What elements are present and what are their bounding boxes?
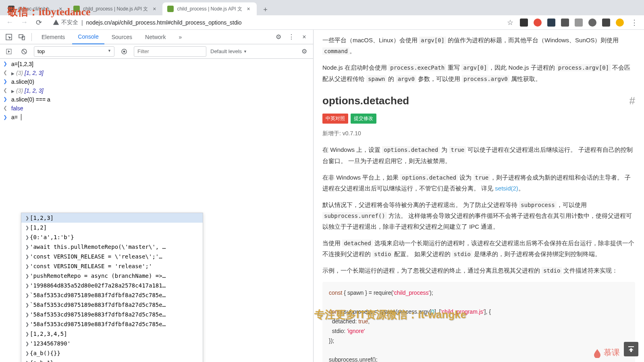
autocomplete-item[interactable]: ❯'const VERSION_RELEASE = 'release';' — [21, 261, 203, 271]
context-select[interactable]: top — [34, 46, 114, 57]
security-warning: 不安全 — [53, 19, 78, 26]
code-example: const { spawn } = require('child_process… — [322, 282, 635, 362]
watermark-bottom: 专注更多IT资源微信：it-wangke — [314, 308, 466, 322]
extension-icon[interactable] — [575, 19, 583, 27]
tab-console[interactable]: Console — [72, 30, 104, 44]
autocomplete-item[interactable]: ❯`58af5353cd9875189e883f7dfbf8a27d5c785e… — [21, 290, 203, 300]
autocomplete-item[interactable]: ❯'await this.pullRemoteRepo(\'master\', … — [21, 242, 203, 252]
close-devtools-icon[interactable]: × — [299, 31, 310, 43]
device-toggle-icon[interactable] — [16, 31, 27, 43]
close-icon[interactable]: × — [245, 6, 252, 12]
autocomplete-item[interactable]: ❯'pushRemoteRepo = async (branchName) =>… — [21, 271, 203, 281]
inspect-icon[interactable] — [3, 31, 15, 43]
version-added: 新增于: v0.7.10 — [322, 128, 635, 139]
badge-bilingual[interactable]: 中英对照 — [322, 114, 348, 124]
address-bar: ← → ⟳ 不安全 | nodejs.cn/api/child_process.… — [0, 15, 644, 30]
badge-submit-edit[interactable]: 提交修改 — [351, 114, 376, 124]
close-icon[interactable]: × — [151, 6, 158, 12]
setsid-link[interactable]: setsid(2) — [495, 185, 518, 192]
browser-tab[interactable]: child_process | Node.js API 文× — [162, 2, 256, 15]
extension-icon[interactable] — [588, 19, 596, 27]
url-text: nodejs.cn/api/child_process.html#child_p… — [86, 19, 242, 26]
autocomplete-item[interactable]: ❯'const VERSION_RELEASE = \'release\';'… — [21, 252, 203, 261]
tab-sources[interactable]: Sources — [106, 30, 138, 44]
live-expression-icon[interactable] — [118, 46, 130, 57]
watermark-top: 敬信：itbytedance — [7, 5, 91, 19]
console-line: ❮▶(3) [1, 2, 3] — [0, 86, 313, 95]
console-toolbar: top Default levels ▼ ⚙ — [0, 44, 313, 59]
settings-icon[interactable]: ⚙ — [273, 31, 284, 43]
back-button[interactable]: ← — [5, 18, 15, 27]
more-tabs-button[interactable]: » — [173, 30, 187, 44]
filter-input[interactable] — [134, 46, 206, 57]
console-line: ❯a.slice(0) — [0, 77, 313, 86]
anchor-link[interactable]: # — [629, 91, 635, 110]
clear-console-icon[interactable] — [19, 46, 30, 57]
profile-avatar[interactable] — [616, 19, 624, 27]
autocomplete-item[interactable]: ❯{0:'a',1:'b'} — [21, 232, 203, 242]
watermark-brand: 慕课 — [593, 347, 620, 358]
autocomplete-item[interactable]: ❯'58af5353cd9875189e883f7dfbf8a27d5c785e… — [21, 310, 203, 319]
extension-icon[interactable] — [561, 19, 569, 27]
console-output: ❯a=[1,2,3]❮▶(3) [1, 2, 3]❯a.slice(0)❮▶(3… — [0, 59, 313, 362]
autocomplete-item[interactable]: ❯[1,2] — [21, 223, 203, 232]
extension-icon[interactable] — [547, 19, 555, 27]
play-icon[interactable] — [3, 46, 15, 57]
autocomplete-item[interactable]: ❯[1,2,3] — [21, 213, 203, 223]
svg-point-6 — [123, 50, 125, 52]
console-input[interactable]: a= — [11, 114, 18, 120]
bookmark-button[interactable]: ☆ — [505, 18, 515, 27]
browser-tab-strip: @jdoc-cli/init.h…× child_process | Node.… — [0, 0, 644, 15]
autocomplete-item[interactable]: ❯{a_b(){}} — [21, 348, 203, 358]
autocomplete-item[interactable]: ❯[1,2,3,4,5] — [21, 329, 203, 339]
extension-icon[interactable] — [520, 19, 528, 27]
scroll-to-top-button[interactable] — [624, 342, 638, 356]
console-line: ❮false — [0, 104, 313, 113]
console-line: ❯a=[1,2,3] — [0, 60, 313, 68]
autocomplete-dropdown: ❯[1,2,3]❯[1,2]❯{0:'a',1:'b'}❯'await this… — [21, 213, 203, 362]
devtools-tab-bar: Elements Console Sources Network » ⚙ ⋮ × — [0, 30, 313, 44]
autocomplete-item[interactable]: ❯'58af5353cd9875189e883f7dfbf8a27d5c785e… — [21, 319, 203, 329]
menu-button[interactable]: ⋮ — [629, 18, 639, 27]
console-line: ❯a.slice(0) === a — [0, 95, 313, 104]
console-settings-icon[interactable]: ⚙ — [299, 46, 310, 57]
log-levels-select[interactable]: Default levels ▼ — [210, 48, 247, 54]
url-input[interactable]: 不安全 | nodejs.cn/api/child_process.html#c… — [48, 17, 501, 28]
extension-icon[interactable] — [534, 19, 542, 27]
tab-network[interactable]: Network — [139, 30, 171, 44]
autocomplete-item[interactable]: ❯`58af5353cd9875189e883f7dfbf8a27d5c785e… — [21, 300, 203, 310]
tab-elements[interactable]: Elements — [36, 30, 71, 44]
extensions-menu-icon[interactable] — [602, 19, 610, 27]
more-menu-icon[interactable]: ⋮ — [286, 31, 297, 43]
section-heading: options.detached# — [322, 91, 635, 110]
reload-button[interactable]: ⟳ — [34, 18, 44, 27]
console-line: ❮▶(3) [1, 2, 3] — [0, 68, 313, 77]
new-tab-button[interactable]: + — [260, 4, 271, 15]
devtools-panel: Elements Console Sources Network » ⚙ ⋮ ×… — [0, 30, 314, 362]
console-input-line: ❯ a= — [0, 113, 313, 122]
forward-button[interactable]: → — [19, 18, 29, 27]
autocomplete-item[interactable]: ❯'1234567890' — [21, 339, 203, 348]
extension-icons: ⋮ — [520, 18, 639, 27]
autocomplete-item[interactable]: ❯'1998864d835a52d80e02f7a28a2578c417a181… — [21, 281, 203, 290]
autocomplete-item[interactable]: ❯{a_b:1} — [21, 358, 203, 362]
